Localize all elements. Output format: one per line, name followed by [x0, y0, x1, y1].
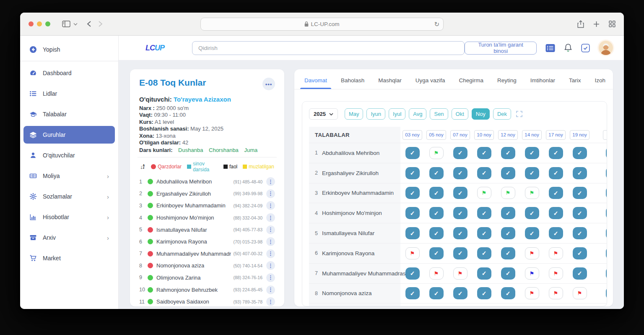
attendance-check[interactable]: ✓ [405, 187, 420, 199]
reload-icon[interactable]: ↻ [434, 21, 439, 28]
attendance-check[interactable]: ✓ [549, 227, 563, 239]
tab-izoh[interactable]: Izoh [595, 77, 606, 89]
tab-chegirma[interactable]: Chegirma [459, 77, 483, 89]
minimize-window-button[interactable] [37, 21, 42, 26]
list-menu-icon[interactable] [545, 44, 555, 52]
address-bar[interactable]: LC-UP.com ↻ [200, 18, 444, 31]
attendance-check[interactable]: ✓ [405, 227, 420, 239]
kebab-menu-button[interactable]: ⋮ [266, 189, 275, 198]
month-pill-iyun[interactable]: Iyun [366, 108, 385, 120]
attendance-flag-red[interactable]: ⚑ [573, 287, 587, 299]
student-row[interactable]: 3 Erkinboyev Muhammadamin (94) 382-24-09… [139, 200, 275, 212]
kebab-menu-button[interactable]: ⋮ [266, 237, 275, 246]
attendance-flag-green[interactable]: ⚑ [525, 187, 539, 199]
attendance-check[interactable]: ✓ [477, 227, 491, 239]
attendance-flag-red[interactable]: ⚑ [405, 247, 420, 259]
attendance-check[interactable]: ✓ [429, 187, 444, 199]
attendance-check[interactable]: ✓ [453, 167, 467, 179]
month-pill-iyul[interactable]: Iyul [389, 108, 405, 120]
kebab-menu-button[interactable]: ⋮ [266, 273, 275, 282]
chevron-down-icon[interactable] [73, 23, 78, 26]
new-tab-icon[interactable] [593, 21, 600, 27]
sidebar-item-o-qituvchilar[interactable]: O'qituvchilar [23, 147, 115, 164]
attendance-check[interactable]: ✓ [549, 147, 563, 159]
tab-overview-icon[interactable] [609, 21, 615, 27]
tab-reyting[interactable]: Reyting [497, 77, 517, 89]
attendance-check[interactable]: ✓ [606, 227, 608, 239]
kebab-menu-button[interactable]: ⋮ [266, 201, 275, 210]
date-chip[interactable]: 17 noy [546, 130, 566, 140]
search-input[interactable] [192, 41, 465, 55]
attendance-flag-blue[interactable]: ⚑ [525, 267, 539, 280]
kebab-menu-button[interactable]: ⋮ [266, 225, 275, 234]
tab-tarix[interactable]: Tarix [569, 77, 581, 89]
date-chip[interactable]: 14 noy [522, 130, 542, 140]
attendance-check[interactable]: ✓ [429, 247, 444, 259]
sidebar-item-lidlar[interactable]: Lidlar [23, 85, 115, 102]
month-pill-noy[interactable]: Noy [472, 108, 490, 120]
attendance-check[interactable]: ✓ [501, 147, 515, 159]
close-window-button[interactable] [29, 21, 34, 26]
attendance-check[interactable]: ✓ [453, 147, 467, 159]
sidebar-item-yopish[interactable]: Yopish [20, 42, 118, 58]
sort-az-icon[interactable]: ↓AZ [140, 164, 145, 170]
kebab-menu-button[interactable]: ⋮ [266, 213, 275, 222]
attendance-check[interactable]: ✓ [525, 207, 539, 219]
attendance-check[interactable]: ✓ [453, 247, 467, 259]
attendance-check[interactable]: ✓ [606, 287, 608, 299]
attendance-check[interactable]: ✓ [501, 247, 515, 259]
month-pill-okt[interactable]: Okt [452, 108, 468, 120]
attendance-check[interactable]: ✓ [606, 267, 608, 280]
attendance-check[interactable]: ✓ [525, 167, 539, 179]
kebab-menu-button[interactable]: ⋮ [266, 297, 275, 306]
attendance-check[interactable]: ✓ [573, 247, 587, 259]
attendance-flag-red[interactable]: ⚑ [525, 247, 539, 259]
tab-imtihonlar[interactable]: Imtihonlar [530, 77, 555, 89]
month-pill-may[interactable]: May [345, 108, 364, 120]
attendance-check[interactable]: ✓ [501, 267, 515, 280]
tasks-icon[interactable] [581, 44, 590, 52]
attendance-check[interactable]: ✓ [549, 187, 563, 199]
tab-baholash[interactable]: Baholash [341, 77, 364, 89]
date-chip[interactable]: 19 noy [570, 130, 589, 140]
attendance-check[interactable]: ✓ [525, 147, 539, 159]
attendance-check[interactable]: ✓ [429, 167, 444, 179]
attendance-check[interactable]: ✓ [429, 207, 444, 219]
date-chip[interactable]: 12 noy [498, 130, 518, 140]
student-row[interactable]: 5 Ismatullayeva Nilufar (94) 405-77-83 ⋮ [139, 224, 275, 236]
sidebar-item-arxiv[interactable]: Arxiv › [23, 229, 115, 246]
sidebar-item-hisobotlar[interactable]: Hisobotlar › [23, 208, 115, 226]
kebab-menu-button[interactable]: ⋮ [266, 249, 275, 258]
attendance-check[interactable]: ✓ [405, 267, 420, 280]
student-row[interactable]: 1 Abduhalilova Mehribon (91) 485-48-40 ⋮ [139, 175, 275, 188]
attendance-check[interactable]: ✓ [477, 167, 491, 179]
attendance-check[interactable]: ✓ [573, 187, 587, 199]
attendance-check[interactable]: ✓ [429, 227, 444, 239]
attendance-check[interactable]: ✓ [573, 167, 587, 179]
attendance-check[interactable]: ✓ [405, 147, 420, 159]
attendance-check[interactable]: ✓ [606, 207, 608, 219]
attendance-flag-green[interactable]: ⚑ [477, 187, 491, 199]
student-row[interactable]: 10 Rahmonjonov Behruzbek (93) 224-85-45 … [139, 284, 275, 296]
date-chip[interactable]: 07 noy [450, 130, 470, 140]
sidebar-item-talabalar[interactable]: Talabalar [23, 105, 115, 123]
student-row[interactable]: 7 Muhammadaliyev Muhammadrasul (50) 407-… [139, 248, 275, 260]
attendance-flag-red[interactable]: ⚑ [429, 267, 444, 280]
student-row[interactable]: 6 Karimjonova Rayona (70) 015-23-98 ⋮ [139, 236, 275, 248]
teacher-name-link[interactable]: To'rayeva Azizaxon [174, 96, 231, 103]
kebab-menu-button[interactable]: ⋮ [266, 177, 275, 186]
attendance-check[interactable]: ✓ [453, 187, 467, 199]
back-icon[interactable] [87, 21, 91, 27]
student-row[interactable]: 2 Ergashaliyev Zikirulloh (99) 349-99-98… [139, 188, 275, 200]
sidebar-item-sozlamalar[interactable]: Sozlamalar › [23, 188, 115, 205]
attendance-check[interactable]: ✓ [549, 167, 563, 179]
more-options-button[interactable]: ••• [262, 78, 275, 90]
attendance-flag-green[interactable]: ⚑ [429, 147, 444, 159]
attendance-check[interactable]: ✓ [501, 287, 515, 299]
attendance-check[interactable]: ✓ [525, 227, 539, 239]
attendance-flag-red[interactable]: ⚑ [549, 247, 563, 259]
attendance-check[interactable]: ✓ [573, 207, 587, 219]
tab-davomat[interactable]: Davomat [304, 77, 327, 89]
zoom-window-button[interactable] [45, 21, 50, 26]
date-chip[interactable]: 03 noy [402, 130, 422, 140]
